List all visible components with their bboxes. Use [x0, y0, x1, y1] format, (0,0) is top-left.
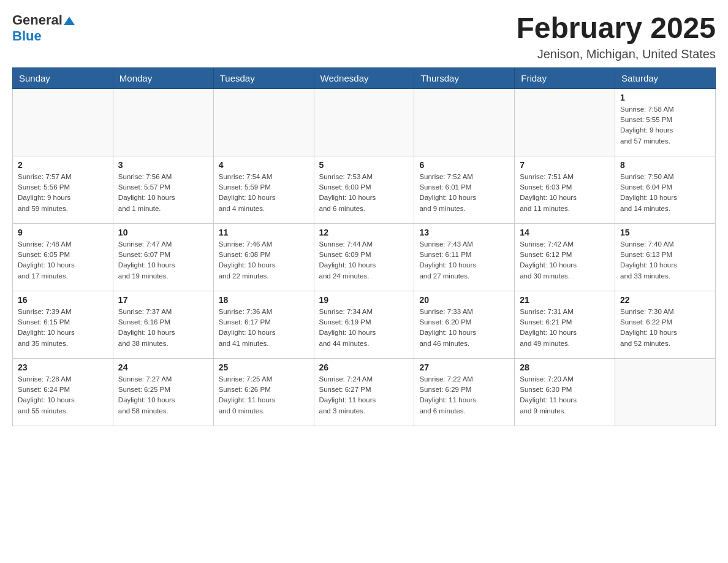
day-sun-info: Sunrise: 7:44 AM Sunset: 6:09 PM Dayligh… [319, 239, 409, 282]
logo-triangle-icon [64, 17, 75, 25]
calendar-header-row: Sunday Monday Tuesday Wednesday Thursday… [13, 67, 716, 88]
month-title: February 2025 [516, 12, 716, 45]
day-sun-info: Sunrise: 7:40 AM Sunset: 6:13 PM Dayligh… [620, 239, 710, 282]
day-sun-info: Sunrise: 7:42 AM Sunset: 6:12 PM Dayligh… [520, 239, 610, 282]
day-cell: 21Sunrise: 7:31 AM Sunset: 6:21 PM Dayli… [515, 291, 615, 358]
day-cell: 27Sunrise: 7:22 AM Sunset: 6:29 PM Dayli… [414, 358, 515, 426]
day-sun-info: Sunrise: 7:31 AM Sunset: 6:21 PM Dayligh… [520, 307, 610, 349]
day-sun-info: Sunrise: 7:51 AM Sunset: 6:03 PM Dayligh… [520, 172, 610, 214]
day-sun-info: Sunrise: 7:47 AM Sunset: 6:07 PM Dayligh… [118, 239, 208, 282]
week-row-0: 1Sunrise: 7:58 AM Sunset: 5:55 PM Daylig… [13, 88, 716, 156]
day-sun-info: Sunrise: 7:48 AM Sunset: 6:05 PM Dayligh… [18, 239, 108, 282]
day-number: 7 [520, 160, 610, 170]
logo-general-text: General [12, 12, 63, 28]
day-cell: 8Sunrise: 7:50 AM Sunset: 6:04 PM Daylig… [615, 156, 716, 223]
day-cell [213, 88, 314, 156]
day-sun-info: Sunrise: 7:58 AM Sunset: 5:55 PM Dayligh… [620, 104, 710, 147]
day-cell [515, 88, 615, 156]
day-number: 2 [18, 160, 108, 170]
day-cell: 23Sunrise: 7:28 AM Sunset: 6:24 PM Dayli… [13, 358, 113, 426]
day-cell: 10Sunrise: 7:47 AM Sunset: 6:07 PM Dayli… [113, 223, 213, 291]
day-number: 11 [219, 228, 309, 237]
day-cell: 6Sunrise: 7:52 AM Sunset: 6:01 PM Daylig… [414, 156, 515, 223]
day-sun-info: Sunrise: 7:36 AM Sunset: 6:17 PM Dayligh… [219, 307, 309, 349]
title-block: February 2025 Jenison, Michigan, United … [516, 12, 716, 61]
day-cell: 14Sunrise: 7:42 AM Sunset: 6:12 PM Dayli… [515, 223, 615, 291]
day-number: 15 [620, 228, 710, 237]
day-sun-info: Sunrise: 7:27 AM Sunset: 6:25 PM Dayligh… [118, 374, 208, 416]
day-cell [314, 88, 414, 156]
day-sun-info: Sunrise: 7:25 AM Sunset: 6:26 PM Dayligh… [219, 374, 309, 416]
day-cell: 7Sunrise: 7:51 AM Sunset: 6:03 PM Daylig… [515, 156, 615, 223]
day-number: 4 [219, 160, 309, 170]
week-row-4: 23Sunrise: 7:28 AM Sunset: 6:24 PM Dayli… [13, 358, 716, 426]
day-cell: 26Sunrise: 7:24 AM Sunset: 6:27 PM Dayli… [314, 358, 414, 426]
header-saturday: Saturday [615, 67, 716, 88]
day-number: 16 [18, 295, 108, 305]
day-sun-info: Sunrise: 7:53 AM Sunset: 6:00 PM Dayligh… [319, 172, 409, 214]
day-cell: 24Sunrise: 7:27 AM Sunset: 6:25 PM Dayli… [113, 358, 213, 426]
day-number: 17 [118, 295, 208, 305]
page-header: General Blue February 2025 Jenison, Mich… [12, 12, 716, 61]
day-cell: 19Sunrise: 7:34 AM Sunset: 6:19 PM Dayli… [314, 291, 414, 358]
header-thursday: Thursday [414, 67, 515, 88]
day-number: 21 [520, 295, 610, 305]
day-number: 18 [219, 295, 309, 305]
day-sun-info: Sunrise: 7:33 AM Sunset: 6:20 PM Dayligh… [419, 307, 509, 349]
day-number: 8 [620, 160, 710, 170]
day-sun-info: Sunrise: 7:22 AM Sunset: 6:29 PM Dayligh… [419, 374, 509, 416]
day-number: 14 [520, 228, 610, 237]
day-number: 23 [18, 362, 108, 372]
header-sunday: Sunday [13, 67, 113, 88]
day-cell: 16Sunrise: 7:39 AM Sunset: 6:15 PM Dayli… [13, 291, 113, 358]
week-row-3: 16Sunrise: 7:39 AM Sunset: 6:15 PM Dayli… [13, 291, 716, 358]
day-cell: 3Sunrise: 7:56 AM Sunset: 5:57 PM Daylig… [113, 156, 213, 223]
day-sun-info: Sunrise: 7:34 AM Sunset: 6:19 PM Dayligh… [319, 307, 409, 349]
day-cell: 18Sunrise: 7:36 AM Sunset: 6:17 PM Dayli… [213, 291, 314, 358]
day-cell [13, 88, 113, 156]
week-row-2: 9Sunrise: 7:48 AM Sunset: 6:05 PM Daylig… [13, 223, 716, 291]
day-sun-info: Sunrise: 7:54 AM Sunset: 5:59 PM Dayligh… [219, 172, 309, 214]
day-sun-info: Sunrise: 7:30 AM Sunset: 6:22 PM Dayligh… [620, 307, 710, 349]
day-sun-info: Sunrise: 7:43 AM Sunset: 6:11 PM Dayligh… [419, 239, 509, 282]
day-sun-info: Sunrise: 7:46 AM Sunset: 6:08 PM Dayligh… [219, 239, 309, 282]
day-cell: 1Sunrise: 7:58 AM Sunset: 5:55 PM Daylig… [615, 88, 716, 156]
day-sun-info: Sunrise: 7:20 AM Sunset: 6:30 PM Dayligh… [520, 374, 610, 416]
day-number: 6 [419, 160, 509, 170]
day-sun-info: Sunrise: 7:56 AM Sunset: 5:57 PM Dayligh… [118, 172, 208, 214]
day-sun-info: Sunrise: 7:24 AM Sunset: 6:27 PM Dayligh… [319, 374, 409, 416]
day-cell: 15Sunrise: 7:40 AM Sunset: 6:13 PM Dayli… [615, 223, 716, 291]
day-cell: 25Sunrise: 7:25 AM Sunset: 6:26 PM Dayli… [213, 358, 314, 426]
header-friday: Friday [515, 67, 615, 88]
day-cell: 12Sunrise: 7:44 AM Sunset: 6:09 PM Dayli… [314, 223, 414, 291]
day-sun-info: Sunrise: 7:50 AM Sunset: 6:04 PM Dayligh… [620, 172, 710, 214]
day-number: 3 [118, 160, 208, 170]
day-cell: 5Sunrise: 7:53 AM Sunset: 6:00 PM Daylig… [314, 156, 414, 223]
day-number: 24 [118, 362, 208, 372]
day-number: 19 [319, 295, 409, 305]
day-number: 20 [419, 295, 509, 305]
day-sun-info: Sunrise: 7:28 AM Sunset: 6:24 PM Dayligh… [18, 374, 108, 416]
day-number: 10 [118, 228, 208, 237]
day-cell: 20Sunrise: 7:33 AM Sunset: 6:20 PM Dayli… [414, 291, 515, 358]
day-number: 12 [319, 228, 409, 237]
day-number: 28 [520, 362, 610, 372]
day-cell: 22Sunrise: 7:30 AM Sunset: 6:22 PM Dayli… [615, 291, 716, 358]
day-cell: 2Sunrise: 7:57 AM Sunset: 5:56 PM Daylig… [13, 156, 113, 223]
header-monday: Monday [113, 67, 213, 88]
header-wednesday: Wednesday [314, 67, 414, 88]
logo-blue-text: Blue [12, 28, 42, 44]
svg-marker-0 [64, 17, 75, 25]
day-sun-info: Sunrise: 7:37 AM Sunset: 6:16 PM Dayligh… [118, 307, 208, 349]
day-number: 1 [620, 93, 710, 102]
day-cell: 9Sunrise: 7:48 AM Sunset: 6:05 PM Daylig… [13, 223, 113, 291]
day-cell: 4Sunrise: 7:54 AM Sunset: 5:59 PM Daylig… [213, 156, 314, 223]
day-number: 13 [419, 228, 509, 237]
day-sun-info: Sunrise: 7:57 AM Sunset: 5:56 PM Dayligh… [18, 172, 108, 214]
week-row-1: 2Sunrise: 7:57 AM Sunset: 5:56 PM Daylig… [13, 156, 716, 223]
location: Jenison, Michigan, United States [516, 47, 716, 61]
day-number: 27 [419, 362, 509, 372]
logo: General Blue [12, 12, 75, 44]
day-cell [414, 88, 515, 156]
day-number: 22 [620, 295, 710, 305]
